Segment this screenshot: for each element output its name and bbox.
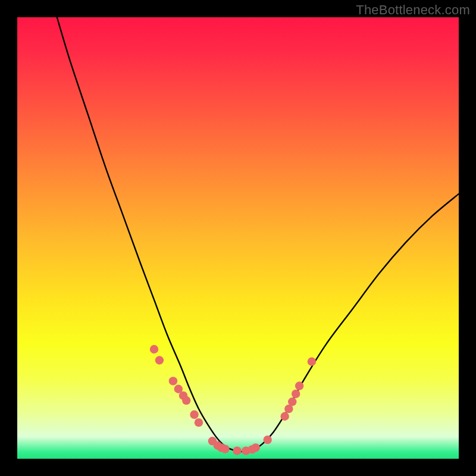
chart-frame: TheBottleneck.com: [0, 0, 476, 476]
curve-marker: [221, 444, 229, 453]
curve-marker: [150, 345, 158, 353]
curve-marker: [233, 446, 241, 455]
curve-marker: [155, 356, 164, 364]
curve-marker: [288, 397, 296, 406]
curve-marker: [195, 418, 203, 427]
curve-marker: [182, 396, 190, 405]
chart-svg: [17, 17, 459, 459]
curve-marker: [251, 443, 259, 452]
curve-marker: [280, 412, 289, 421]
curve-marker: [308, 358, 316, 366]
curve-marker: [292, 390, 300, 398]
attribution-text: TheBottleneck.com: [356, 2, 470, 18]
curve-marker: [169, 377, 177, 385]
curve-marker: [190, 411, 198, 419]
curve-markers: [150, 345, 316, 455]
curve-marker: [264, 436, 272, 444]
curve-marker: [295, 381, 303, 390]
bottleneck-curve: [57, 17, 459, 452]
plot-area: [17, 17, 459, 459]
